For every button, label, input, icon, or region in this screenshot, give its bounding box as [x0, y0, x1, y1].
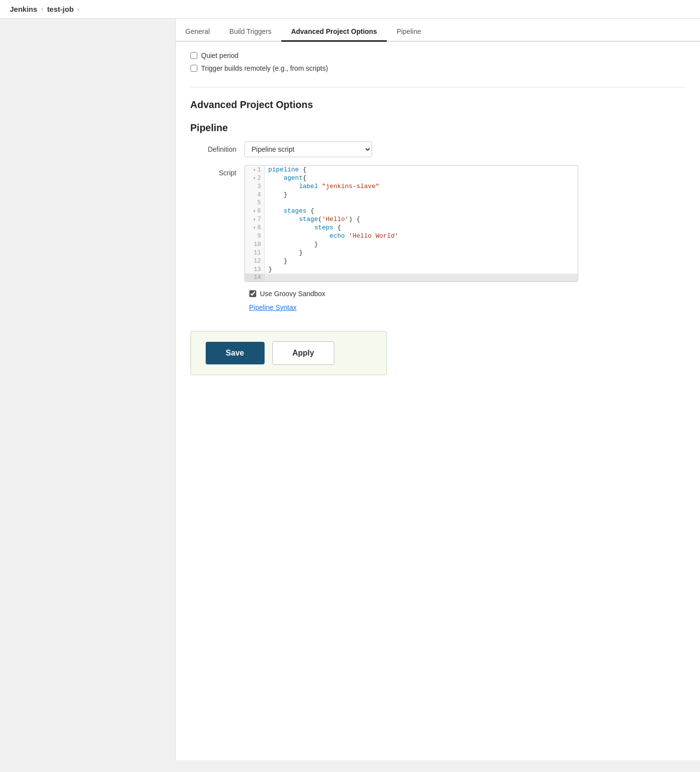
build-triggers-section: Quiet period Trigger builds remotely (e.… [190, 52, 686, 87]
code-line-14: 14 [245, 274, 578, 281]
bottom-actions: Save Apply [190, 331, 387, 375]
definition-select[interactable]: Pipeline script Pipeline script from SCM [244, 141, 372, 157]
advanced-project-options-heading: Advanced Project Options [190, 99, 686, 110]
content-area: Quiet period Trigger builds remotely (e.… [176, 42, 700, 390]
code-line-11: 11 } [245, 248, 578, 257]
trigger-remotely-label: Trigger builds remotely (e.g., from scri… [201, 64, 328, 72]
save-button[interactable]: Save [206, 342, 265, 364]
breadcrumb-sep2: › [78, 6, 80, 13]
pipeline-syntax-link[interactable]: Pipeline Syntax [249, 303, 297, 311]
quiet-period-checkbox[interactable] [190, 52, 197, 59]
definition-label: Definition [190, 141, 244, 153]
script-label: Script [190, 165, 244, 177]
code-line-5: 5 [245, 199, 578, 207]
tabs-bar: General Build Triggers Advanced Project … [176, 19, 700, 42]
breadcrumb-job[interactable]: test-job [47, 5, 74, 13]
groovy-sandbox-label: Use Groovy Sandbox [260, 290, 325, 298]
trigger-remotely-checkbox[interactable] [190, 65, 197, 72]
pipeline-section: Pipeline Definition Pipeline script Pipe… [190, 122, 686, 311]
breadcrumb-sep1: › [41, 6, 43, 13]
tab-general[interactable]: General [176, 23, 220, 42]
pipeline-heading: Pipeline [190, 122, 686, 134]
groovy-sandbox-checkbox[interactable] [249, 290, 256, 297]
script-row: Script ▾1 pipeline { ▾2 agent{ [190, 165, 686, 282]
quiet-period-row: Quiet period [190, 52, 686, 59]
code-line-13: 13 } [245, 265, 578, 274]
tab-pipeline[interactable]: Pipeline [387, 23, 431, 42]
code-editor[interactable]: ▾1 pipeline { ▾2 agent{ 3 [244, 165, 578, 282]
code-line-1: ▾1 pipeline { [245, 165, 578, 174]
code-line-7: ▾7 stage('Hello') { [245, 215, 578, 223]
code-line-8: ▾8 steps { [245, 223, 578, 232]
quiet-period-label: Quiet period [201, 52, 239, 59]
code-line-12: 12 } [245, 257, 578, 265]
pipeline-syntax-row: Pipeline Syntax [249, 303, 686, 311]
breadcrumb-home[interactable]: Jenkins [10, 5, 37, 13]
code-line-2: ▾2 agent{ [245, 174, 578, 182]
definition-row: Definition Pipeline script Pipeline scri… [190, 141, 686, 157]
code-line-10: 10 } [245, 240, 578, 248]
main-content: General Build Triggers Advanced Project … [175, 19, 700, 760]
script-field: ▾1 pipeline { ▾2 agent{ 3 [244, 165, 686, 282]
code-line-9: 9 echo 'Hello World' [245, 232, 578, 240]
code-line-3: 3 label "jenkins-slave" [245, 182, 578, 191]
code-line-4: 4 } [245, 191, 578, 199]
breadcrumb: Jenkins › test-job › [0, 0, 700, 19]
code-line-6: ▾6 stages { [245, 207, 578, 215]
tab-build-triggers[interactable]: Build Triggers [219, 23, 281, 42]
trigger-remotely-row: Trigger builds remotely (e.g., from scri… [190, 64, 686, 72]
groovy-sandbox-row: Use Groovy Sandbox [249, 290, 686, 298]
apply-button[interactable]: Apply [272, 341, 334, 365]
definition-field: Pipeline script Pipeline script from SCM [244, 141, 686, 157]
tab-advanced-project-options[interactable]: Advanced Project Options [281, 23, 387, 42]
